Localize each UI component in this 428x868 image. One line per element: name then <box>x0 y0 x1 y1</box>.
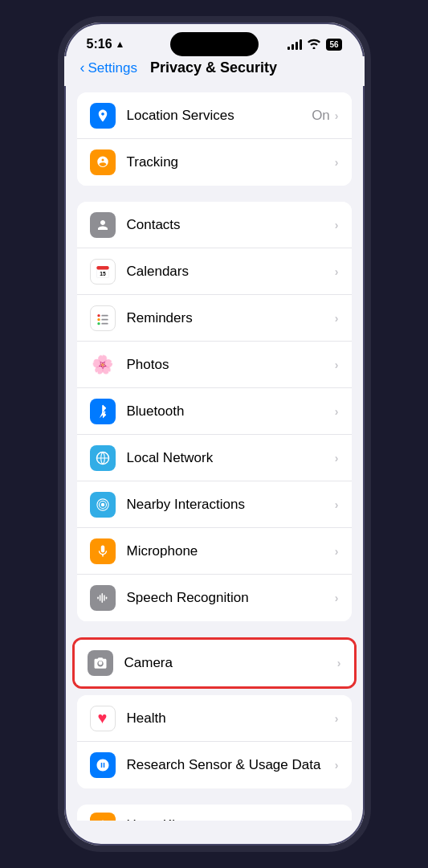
dynamic-island <box>170 32 259 56</box>
location-services-chevron-icon: › <box>335 109 339 122</box>
group-homekit: HomeKit › <box>77 805 352 821</box>
health-chevron-icon: › <box>335 712 339 725</box>
time-label: 5:16 <box>87 37 112 51</box>
svg-rect-8 <box>101 318 108 320</box>
microphone-row[interactable]: Microphone › <box>77 528 352 575</box>
contacts-icon <box>90 212 116 238</box>
calendars-icon: 15 <box>90 259 116 285</box>
calendars-row[interactable]: 15 Calendars › <box>77 248 352 295</box>
tracking-icon <box>90 149 116 175</box>
research-sensor-chevron-icon: › <box>335 759 339 772</box>
camera-row-highlighted[interactable]: Camera › <box>72 637 357 689</box>
photos-chevron-icon: › <box>335 358 339 371</box>
calendars-label: Calendars <box>127 264 335 280</box>
photos-icon: 🌸 <box>90 352 116 378</box>
contacts-chevron-icon: › <box>335 219 339 231</box>
bluetooth-icon: ᛒ <box>90 399 116 424</box>
camera-row-inner: Camera › <box>75 640 354 686</box>
homekit-row[interactable]: HomeKit › <box>77 805 352 821</box>
tracking-chevron-icon: › <box>335 156 339 169</box>
research-sensor-label: Research Sensor & Usage Data <box>127 757 335 773</box>
svg-text:15: 15 <box>100 271 106 276</box>
contacts-row[interactable]: Contacts › <box>77 202 352 248</box>
signal-bar-2 <box>291 44 294 50</box>
camera-icon <box>88 650 113 676</box>
health-label: Health <box>127 710 335 727</box>
research-sensor-icon <box>90 752 116 778</box>
nav-header: ‹ Settings Privacy & Security <box>64 56 365 86</box>
svg-point-12 <box>100 502 104 506</box>
tracking-label: Tracking <box>127 154 335 170</box>
reminders-chevron-icon: › <box>335 312 339 325</box>
homekit-icon <box>90 813 116 821</box>
local-network-icon <box>90 445 116 471</box>
svg-rect-15 <box>97 597 99 600</box>
status-time: 5:16 ▲ <box>87 37 125 51</box>
svg-rect-19 <box>105 597 107 600</box>
group-permissions: Contacts › 15 Calendars › <box>77 202 352 621</box>
location-services-label: Location Services <box>127 108 312 124</box>
svg-rect-9 <box>101 322 108 324</box>
camera-chevron-icon: › <box>337 657 341 669</box>
location-services-row[interactable]: Location Services On › <box>77 92 352 139</box>
reminders-icon <box>90 305 116 331</box>
camera-label: Camera <box>124 655 337 671</box>
signal-bar-3 <box>296 42 298 50</box>
phone-frame: 5:16 ▲ 56 ‹ Settings Privacy & Security <box>58 16 371 852</box>
photos-row[interactable]: 🌸 Photos › <box>77 342 352 388</box>
health-row[interactable]: ♥ Health › <box>77 695 352 742</box>
speech-recognition-row[interactable]: Speech Recognition › <box>77 575 352 621</box>
photos-label: Photos <box>127 357 335 373</box>
bluetooth-chevron-icon: › <box>335 405 339 418</box>
local-network-row[interactable]: Local Network › <box>77 435 352 481</box>
status-icons: 56 <box>287 38 341 51</box>
svg-rect-17 <box>101 593 103 603</box>
research-sensor-row[interactable]: Research Sensor & Usage Data › <box>77 742 352 788</box>
svg-text:ᛒ: ᛒ <box>100 404 106 416</box>
tracking-row[interactable]: Tracking › <box>77 139 352 186</box>
reminders-row[interactable]: Reminders › <box>77 295 352 342</box>
bluetooth-label: Bluetooth <box>127 403 335 420</box>
health-icon: ♥ <box>90 706 116 731</box>
homekit-label: HomeKit <box>127 817 335 821</box>
reminders-label: Reminders <box>127 310 335 326</box>
microphone-chevron-icon: › <box>335 545 339 558</box>
svg-rect-18 <box>104 595 105 601</box>
signal-bars <box>287 39 302 50</box>
back-label: Settings <box>88 60 137 76</box>
health-heart-icon: ♥ <box>98 709 108 727</box>
svg-point-6 <box>97 322 100 325</box>
speech-recognition-chevron-icon: › <box>335 592 339 604</box>
signal-bar-4 <box>300 39 302 50</box>
svg-point-4 <box>97 314 100 317</box>
settings-content: Location Services On › Tracking › Contac… <box>64 86 365 821</box>
nearby-interactions-row[interactable]: Nearby Interactions › <box>77 481 352 528</box>
calendars-chevron-icon: › <box>335 265 339 278</box>
local-network-label: Local Network <box>127 450 335 466</box>
speech-recognition-label: Speech Recognition <box>127 590 335 606</box>
svg-rect-3 <box>96 266 108 269</box>
contacts-label: Contacts <box>127 217 335 233</box>
wifi-icon <box>307 38 321 51</box>
local-network-chevron-icon: › <box>335 452 339 465</box>
location-indicator-icon: ▲ <box>116 39 125 50</box>
signal-bar-1 <box>287 47 290 50</box>
location-services-value: On <box>312 108 330 124</box>
location-services-icon <box>90 103 116 129</box>
page-title: Privacy & Security <box>150 59 277 76</box>
nearby-interactions-label: Nearby Interactions <box>127 497 335 513</box>
svg-rect-16 <box>99 595 100 601</box>
battery-badge: 56 <box>326 39 341 51</box>
nearby-interactions-icon <box>90 492 116 518</box>
back-button[interactable]: ‹ Settings <box>80 59 137 76</box>
back-chevron-icon: ‹ <box>80 59 85 76</box>
bluetooth-row[interactable]: ᛒ Bluetooth › <box>77 388 352 435</box>
homekit-chevron-icon: › <box>335 819 339 821</box>
microphone-icon <box>90 538 116 564</box>
group-health: ♥ Health › Research Sensor & Usage Data … <box>77 695 352 788</box>
nearby-interactions-chevron-icon: › <box>335 498 339 511</box>
group-location: Location Services On › Tracking › <box>77 92 352 186</box>
svg-rect-7 <box>101 314 108 316</box>
microphone-label: Microphone <box>127 543 335 559</box>
speech-recognition-icon <box>90 585 116 611</box>
